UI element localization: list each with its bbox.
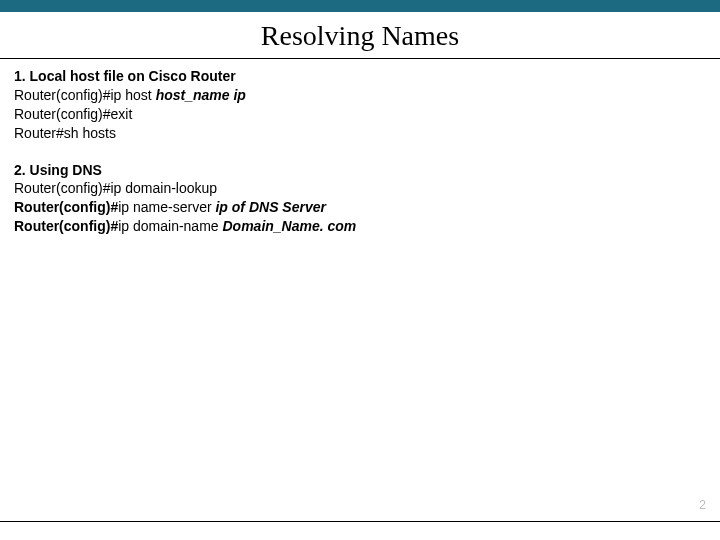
section1-line2: Router(config)#exit <box>14 105 706 124</box>
section2-heading: 2. Using DNS <box>14 161 706 180</box>
section2-line2-cmd: ip name-server <box>118 199 215 215</box>
section2-line3-prompt: Router(config)# <box>14 218 118 234</box>
slide-title: Resolving Names <box>0 20 720 52</box>
section1-line1-cmd: Router(config)#ip host <box>14 87 156 103</box>
section-gap <box>14 143 706 161</box>
top-accent-bar <box>0 0 720 12</box>
section2-line1: Router(config)#ip domain-lookup <box>14 179 706 198</box>
section2-line3: Router(config)#ip domain-name Domain_Nam… <box>14 217 706 236</box>
page-number: 2 <box>699 498 706 512</box>
slide-body: 1. Local host file on Cisco Router Route… <box>0 59 720 236</box>
section2-line3-args: Domain_Name. com <box>223 218 357 234</box>
section1-heading: 1. Local host file on Cisco Router <box>14 67 706 86</box>
section1-line1: Router(config)#ip host host_name ip <box>14 86 706 105</box>
bottom-divider <box>0 521 720 522</box>
section1-line1-args: host_name ip <box>156 87 246 103</box>
section2-line2-args: ip of DNS Server <box>215 199 325 215</box>
section2-line3-cmd: ip domain-name <box>118 218 222 234</box>
section1-line3: Router#sh hosts <box>14 124 706 143</box>
section2-line2: Router(config)#ip name-server ip of DNS … <box>14 198 706 217</box>
section2-line2-prompt: Router(config)# <box>14 199 118 215</box>
